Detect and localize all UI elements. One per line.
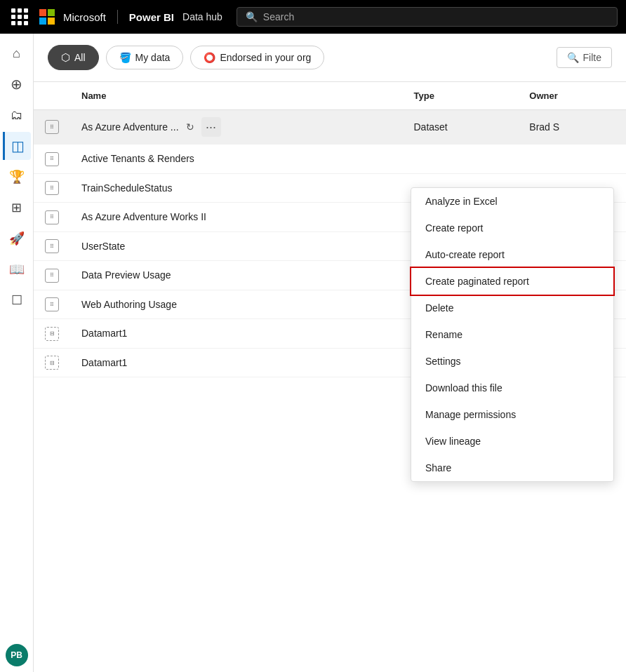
home-icon: ⌂	[13, 46, 20, 61]
endorsed-icon: ⭕	[204, 52, 215, 63]
app-launcher[interactable]	[8, 6, 31, 28]
datahub-icon: ◫	[11, 137, 25, 154]
menu-item-analyze-excel[interactable]: Analyze in Excel	[411, 188, 613, 215]
menu-item-manage-permissions[interactable]: Manage permissions	[411, 401, 613, 428]
row-icon-cell: ⠿	[34, 231, 70, 261]
menu-item-settings[interactable]: Settings	[411, 348, 613, 375]
filter-search-icon: 🔍	[567, 52, 579, 63]
learn-icon: 📖	[9, 262, 25, 277]
filter-mydata[interactable]: 🪣 My data	[106, 46, 184, 69]
type-cell	[403, 145, 519, 174]
col-type: Type	[403, 82, 519, 110]
row-icon-cell: ⊟	[34, 348, 70, 377]
name-cell: UserState	[70, 231, 403, 261]
avatar[interactable]: PB	[6, 644, 28, 666]
dataset-icon: ⠿	[45, 181, 59, 195]
dataset-icon: ⠿	[45, 152, 59, 166]
row-icon-cell: ⠿	[34, 203, 70, 232]
sidebar-item-deploy[interactable]: 🚀	[3, 224, 31, 253]
dataset-icon: ⠿	[45, 269, 59, 283]
dataset-icon: ⠿	[45, 239, 59, 253]
all-icon: ⬡	[61, 51, 70, 64]
endorsed-label: Endorsed in your org	[220, 52, 311, 63]
menu-item-auto-create[interactable]: Auto-create report	[411, 241, 613, 268]
sidebar-bottom: PB	[6, 644, 28, 666]
row-icon-cell: ⊟	[34, 319, 70, 349]
top-nav: Microsoft Power BI Data hub 🔍	[0, 0, 626, 34]
owner-cell: Brad S	[518, 110, 626, 145]
brand-label: Microsoft	[63, 11, 106, 23]
dataset-icon: ⠿	[45, 120, 59, 134]
datamart-icon: ⊟	[45, 356, 59, 370]
col-spacer	[34, 82, 70, 110]
apps-icon: ⊞	[11, 200, 22, 215]
create-icon: ⊕	[11, 76, 22, 93]
sidebar-item-browse[interactable]: 🗂	[3, 101, 31, 129]
row-icon-cell: ⠿	[34, 145, 70, 174]
owner-cell	[518, 145, 626, 174]
menu-item-download[interactable]: Download this file	[411, 375, 613, 401]
filter-search[interactable]: 🔍 Filte	[557, 47, 612, 68]
col-owner: Owner	[518, 82, 626, 110]
sidebar-item-workspaces[interactable]: ☐	[3, 286, 31, 314]
row-icon-cell: ⠿	[34, 173, 70, 203]
search-icon: 🔍	[246, 11, 258, 22]
table-row: ⠿ As Azure Adventure ... ↻ ··· Dataset B…	[34, 110, 626, 145]
sidebar-item-create[interactable]: ⊕	[3, 70, 31, 98]
filter-search-label: Filte	[583, 52, 601, 63]
menu-item-view-lineage[interactable]: View lineage	[411, 428, 613, 455]
name-cell: As Azure Adventure Works II	[70, 203, 403, 232]
dataset-icon: ⠿	[45, 210, 59, 224]
browse-icon: 🗂	[11, 108, 23, 123]
row-icon-cell: ⠿	[34, 110, 70, 145]
name-cell: As Azure Adventure ... ↻ ···	[70, 110, 403, 145]
name-cell: Data Preview Usage	[70, 261, 403, 290]
sidebar-item-learn[interactable]: 📖	[3, 255, 31, 283]
app-label: Power BI	[129, 11, 174, 23]
filter-all[interactable]: ⬡ All	[48, 45, 99, 70]
metrics-icon: 🏆	[9, 169, 25, 184]
dataset-icon: ⠿	[45, 297, 59, 311]
name-cell: TrainScheduleStatus	[70, 173, 403, 203]
name-cell: Active Tenants & Renders	[70, 145, 403, 174]
workspaces-icon: ☐	[11, 293, 22, 308]
menu-item-create-report[interactable]: Create report	[411, 215, 613, 241]
mydata-icon: 🪣	[119, 52, 131, 63]
sidebar-item-datahub[interactable]: ◫	[3, 132, 31, 160]
menu-item-create-paginated[interactable]: Create paginated report	[410, 267, 615, 296]
row-name: As Azure Adventure ...	[81, 121, 179, 133]
name-cell: Web Authoring Usage	[70, 290, 403, 319]
sidebar-item-metrics[interactable]: 🏆	[3, 163, 31, 191]
search-input[interactable]	[263, 11, 608, 22]
name-cell: Datamart1	[70, 348, 403, 377]
type-cell: Dataset	[403, 110, 519, 145]
col-name: Name	[70, 82, 403, 110]
filter-bar: ⬡ All 🪣 My data ⭕ Endorsed in your org 🔍…	[34, 34, 626, 82]
sidebar-item-apps[interactable]: ⊞	[3, 194, 31, 222]
menu-item-share[interactable]: Share	[411, 455, 613, 481]
row-icon-cell: ⠿	[34, 290, 70, 319]
table-row: ⠿ Active Tenants & Renders	[34, 145, 626, 174]
sidebar-item-home[interactable]: ⌂	[3, 39, 31, 67]
menu-item-rename[interactable]: Rename	[411, 321, 613, 348]
row-icon-cell: ⠿	[34, 261, 70, 290]
all-label: All	[74, 52, 86, 63]
menu-item-delete[interactable]: Delete	[411, 295, 613, 321]
global-search[interactable]: 🔍	[237, 7, 618, 27]
name-cell: Datamart1	[70, 319, 403, 349]
datamart-icon: ⊟	[45, 327, 59, 341]
section-label: Data hub	[182, 11, 222, 22]
context-menu[interactable]: Analyze in Excel Create report Auto-crea…	[411, 187, 614, 482]
deploy-icon: 🚀	[9, 231, 25, 246]
sidebar: ⌂ ⊕ 🗂 ◫ 🏆 ⊞ 🚀 📖 ☐ PB	[0, 34, 34, 672]
refresh-button[interactable]: ↻	[182, 119, 199, 135]
nav-divider	[117, 10, 118, 24]
microsoft-logo	[39, 9, 55, 25]
mydata-label: My data	[135, 52, 171, 63]
more-options-button[interactable]: ···	[201, 117, 221, 137]
filter-endorsed[interactable]: ⭕ Endorsed in your org	[190, 46, 324, 69]
